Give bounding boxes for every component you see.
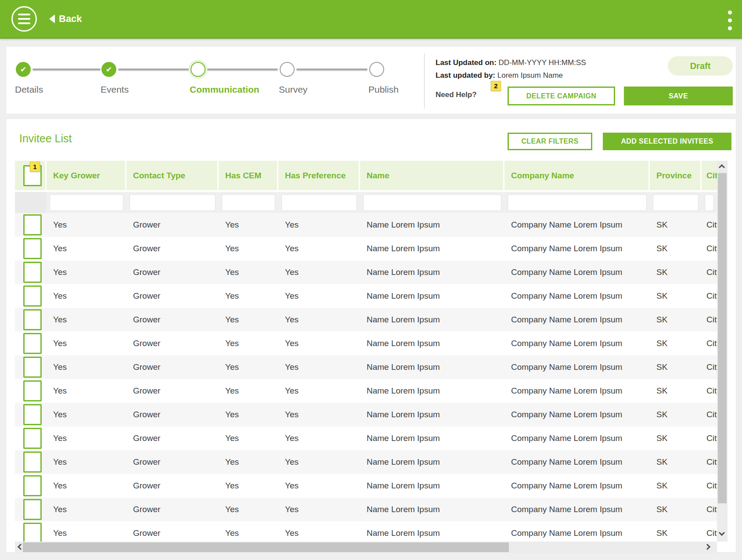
- row-checkbox[interactable]: [23, 357, 42, 378]
- last-updated-by-label: Last updated by:: [436, 71, 495, 79]
- filter-input-province[interactable]: [653, 194, 699, 211]
- cell-name: Name Lorem Ipsum: [360, 213, 504, 237]
- row-checkbox[interactable]: [23, 475, 42, 496]
- cell-province: SK: [650, 450, 702, 474]
- filter-cell-empty: [15, 192, 47, 213]
- step-circle-events[interactable]: ✔: [101, 62, 116, 77]
- need-help-link[interactable]: Need Help?: [436, 90, 477, 99]
- row-checkbox[interactable]: [23, 333, 42, 354]
- step-label-publish: Publish: [368, 84, 399, 95]
- chevron-right-icon[interactable]: [704, 544, 710, 550]
- step-circle-details[interactable]: ✔: [16, 62, 31, 77]
- cell-key-grower: Yes: [47, 498, 126, 521]
- hamburger-menu-button[interactable]: [11, 6, 37, 32]
- step-circle-communication[interactable]: [191, 62, 205, 77]
- chevron-down-icon[interactable]: [719, 530, 725, 536]
- cell-has-cem: Yes: [219, 260, 278, 284]
- cell-has-cem: Yes: [219, 450, 278, 474]
- step-circle-survey[interactable]: [280, 62, 295, 77]
- cell-contact-type: Grower: [126, 237, 219, 260]
- clear-filters-button[interactable]: CLEAR FILTERS: [508, 133, 592, 150]
- cell-key-grower: Yes: [47, 284, 126, 308]
- delete-campaign-button[interactable]: DELETE CAMPAIGN: [508, 87, 615, 105]
- table-row: Yes Grower Yes Yes Name Lorem Ipsum Comp…: [15, 450, 717, 474]
- cell-city: City: [702, 403, 717, 426]
- cell-has-cem: Yes: [219, 308, 278, 332]
- cell-name: Name Lorem Ipsum: [360, 426, 504, 450]
- row-checkbox[interactable]: [23, 238, 42, 259]
- cell-city: City: [702, 284, 717, 308]
- row-checkbox[interactable]: [23, 262, 42, 283]
- filter-input-has-preference[interactable]: [281, 194, 357, 211]
- row-checkbox-cell: [15, 284, 47, 308]
- table-row: Yes Grower Yes Yes Name Lorem Ipsum Comp…: [15, 426, 717, 450]
- cell-key-grower: Yes: [47, 260, 126, 284]
- cell-has-preference: Yes: [278, 379, 360, 403]
- filter-input-key-grower[interactable]: [50, 194, 123, 211]
- column-header-company-name: Company Name: [504, 161, 650, 190]
- vertical-scrollbar[interactable]: [717, 161, 728, 542]
- filter-input-company-name[interactable]: [508, 194, 647, 211]
- add-selected-invitees-button[interactable]: ADD SELECTED INVITEES: [603, 133, 731, 150]
- cell-company-name: Company Name Lorem Ipsum: [504, 403, 650, 426]
- cell-name: Name Lorem Ipsum: [360, 379, 504, 403]
- step-connector: [207, 69, 278, 70]
- row-checkbox[interactable]: [23, 309, 42, 330]
- cell-province: SK: [650, 308, 702, 332]
- cell-has-preference: Yes: [278, 213, 360, 237]
- cell-key-grower: Yes: [47, 237, 126, 260]
- step-circle-publish[interactable]: [369, 62, 384, 77]
- cell-name: Name Lorem Ipsum: [360, 498, 504, 521]
- cell-company-name: Company Name Lorem Ipsum: [504, 237, 650, 260]
- cell-has-preference: Yes: [278, 426, 360, 450]
- campaign-stepper-panel: ✔ ✔ Details Events Communication Survey …: [6, 46, 736, 114]
- row-checkbox[interactable]: [23, 404, 42, 425]
- back-label: Back: [59, 13, 82, 25]
- filter-input-name[interactable]: [363, 194, 501, 211]
- cell-company-name: Company Name Lorem Ipsum: [504, 355, 650, 379]
- row-checkbox[interactable]: [23, 214, 42, 235]
- cell-key-grower: Yes: [47, 379, 126, 403]
- filter-input-has-cem[interactable]: [222, 194, 275, 211]
- cell-has-cem: Yes: [219, 426, 278, 450]
- cell-city: City: [702, 450, 717, 474]
- row-checkbox[interactable]: [23, 428, 42, 449]
- cell-province: SK: [650, 355, 702, 379]
- table-header-row: 1 Key Grower Contact Type Has CEM Has Pr…: [15, 161, 717, 190]
- horizontal-scrollbar[interactable]: [15, 542, 717, 553]
- kebab-menu-button[interactable]: [724, 8, 735, 33]
- cell-key-grower: Yes: [47, 403, 126, 426]
- column-header-city: City: [702, 161, 717, 190]
- row-checkbox[interactable]: [23, 499, 42, 520]
- filter-input-contact-type[interactable]: [130, 194, 216, 211]
- vertical-scrollbar-thumb[interactable]: [718, 173, 727, 503]
- horizontal-scrollbar-thumb[interactable]: [23, 542, 509, 552]
- step-label-communication: Communication: [190, 84, 259, 95]
- table-row: Yes Grower Yes Yes Name Lorem Ipsum Comp…: [15, 308, 717, 332]
- table-row: Yes Grower Yes Yes Name Lorem Ipsum Comp…: [15, 332, 717, 355]
- save-button[interactable]: SAVE: [624, 87, 733, 105]
- cell-contact-type: Grower: [126, 379, 219, 403]
- chevron-up-icon[interactable]: [719, 164, 725, 170]
- cell-has-cem: Yes: [219, 379, 278, 403]
- status-badge: Draft: [668, 56, 733, 76]
- cell-city: City: [702, 498, 717, 521]
- last-updated-info: Last Updated on: DD-MM-YYYY HH:MM:SS Las…: [436, 56, 586, 82]
- cell-has-preference: Yes: [278, 284, 360, 308]
- row-checkbox-cell: [15, 379, 47, 403]
- filter-input-city[interactable]: [705, 194, 714, 211]
- row-checkbox[interactable]: [23, 452, 42, 473]
- table-row: Yes Grower Yes Yes Name Lorem Ipsum Comp…: [15, 355, 717, 379]
- cell-company-name: Company Name Lorem Ipsum: [504, 450, 650, 474]
- row-checkbox[interactable]: [23, 285, 42, 307]
- cell-has-preference: Yes: [278, 450, 360, 474]
- row-checkbox[interactable]: [23, 380, 42, 401]
- cell-company-name: Company Name Lorem Ipsum: [504, 308, 650, 332]
- cell-city: City: [702, 213, 717, 237]
- back-button[interactable]: Back: [49, 13, 82, 25]
- table-row: Yes Grower Yes Yes Name Lorem Ipsum Comp…: [15, 213, 717, 237]
- select-all-header-cell: 1: [15, 161, 47, 190]
- row-checkbox[interactable]: [23, 523, 42, 544]
- cell-contact-type: Grower: [126, 284, 219, 308]
- cell-contact-type: Grower: [126, 474, 219, 498]
